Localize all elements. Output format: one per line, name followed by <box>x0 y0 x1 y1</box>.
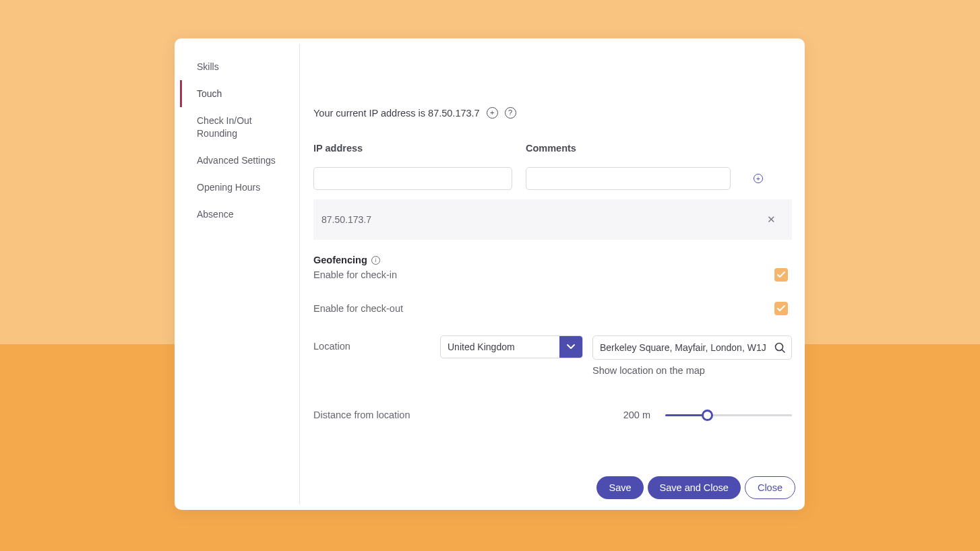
ip-entry-value: 87.50.173.7 <box>321 214 371 225</box>
geofencing-title: Geofencing i <box>313 255 795 265</box>
address-input-wrap <box>592 335 792 360</box>
country-value: United Kingdom <box>441 336 559 358</box>
distance-slider[interactable] <box>665 408 792 422</box>
ip-address-input[interactable] <box>313 167 512 190</box>
ip-input-row: + <box>313 167 795 190</box>
svg-line-1 <box>782 350 785 352</box>
current-ip-line: Your current IP address is 87.50.173.7 +… <box>313 107 795 119</box>
sidebar-item-check-rounding[interactable]: Check In/Out Rounding <box>180 107 299 146</box>
country-select[interactable]: United Kingdom <box>440 335 583 358</box>
slider-fill <box>665 414 707 416</box>
sidebar-item-advanced[interactable]: Advanced Settings <box>180 147 299 174</box>
add-ip-icon[interactable]: + <box>487 107 498 119</box>
enable-checkout-checkbox[interactable] <box>774 302 788 315</box>
sidebar-item-touch[interactable]: Touch <box>180 80 299 107</box>
settings-modal: Skills Touch Check In/Out Rounding Advan… <box>175 38 805 510</box>
distance-label: Distance from location <box>313 410 623 420</box>
remove-ip-icon[interactable]: ✕ <box>767 214 776 226</box>
distance-value: 200 m <box>623 410 650 420</box>
location-row: Location United Kingdom Show location on… <box>313 335 792 376</box>
current-ip-text: Your current IP address is 87.50.173.7 <box>313 108 480 119</box>
sidebar-item-skills[interactable]: Skills <box>180 53 299 80</box>
save-close-button[interactable]: Save and Close <box>648 476 741 499</box>
sidebar: Skills Touch Check In/Out Rounding Advan… <box>180 44 300 505</box>
add-row-icon[interactable]: + <box>754 174 763 183</box>
footer-actions: Save Save and Close Close <box>596 476 795 499</box>
save-button[interactable]: Save <box>596 476 643 499</box>
slider-thumb[interactable] <box>702 410 713 421</box>
enable-checkout-label: Enable for check-out <box>313 303 403 314</box>
location-label: Location <box>313 335 440 352</box>
enable-checkin-row: Enable for check-in <box>313 268 788 282</box>
enable-checkin-checkbox[interactable] <box>774 268 788 282</box>
enable-checkout-row: Enable for check-out <box>313 302 788 315</box>
ip-entry-row: 87.50.173.7 ✕ <box>313 199 792 240</box>
help-icon[interactable]: ? <box>505 107 516 119</box>
close-button[interactable]: Close <box>745 476 795 499</box>
ip-table-headers: IP address Comments <box>313 143 795 154</box>
geofencing-title-text: Geofencing <box>313 255 367 265</box>
main-panel: Your current IP address is 87.50.173.7 +… <box>300 38 805 510</box>
address-input[interactable] <box>600 342 774 353</box>
header-ip: IP address <box>313 143 512 154</box>
header-comments: Comments <box>526 143 731 154</box>
chevron-down-icon[interactable] <box>559 336 582 358</box>
address-column: Show location on the map <box>592 335 792 376</box>
show-map-link[interactable]: Show location on the map <box>592 365 792 376</box>
comments-input[interactable] <box>526 167 731 190</box>
enable-checkin-label: Enable for check-in <box>313 269 397 280</box>
distance-row: Distance from location 200 m <box>313 408 792 422</box>
search-icon[interactable] <box>774 342 786 354</box>
sidebar-item-absence[interactable]: Absence <box>180 201 299 228</box>
sidebar-item-opening-hours[interactable]: Opening Hours <box>180 174 299 201</box>
info-icon[interactable]: i <box>371 256 380 265</box>
